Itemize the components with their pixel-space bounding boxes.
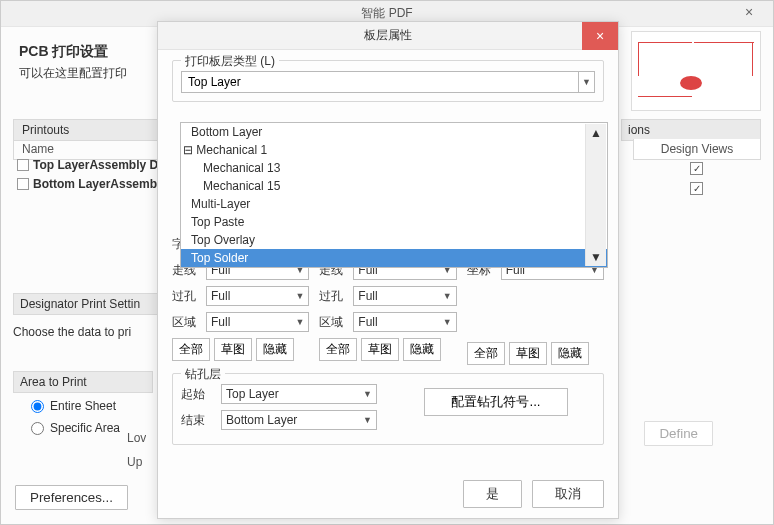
btn-all-1[interactable]: 全部	[172, 338, 210, 361]
select-via2[interactable]: Full▼	[353, 286, 456, 306]
chevron-down-icon: ▼	[443, 291, 452, 301]
choose-text: Choose the data to pri	[13, 325, 131, 339]
radio-specific-row[interactable]: Specific Area	[31, 421, 120, 435]
close-icon: ×	[596, 28, 604, 44]
start-label: 起始	[181, 386, 215, 403]
btn-sketch-3[interactable]: 草图	[509, 342, 547, 365]
select-region[interactable]: Full▼	[206, 312, 309, 332]
low-label: Lov	[127, 431, 146, 445]
dropdown-scrollbar[interactable]: ▲▼	[585, 124, 606, 266]
check-icon: ✓	[693, 183, 701, 194]
select-region2[interactable]: Full▼	[353, 312, 456, 332]
scroll-down-icon[interactable]: ▼	[590, 250, 602, 264]
lbl-region2: 区域	[319, 314, 353, 331]
inner-close-button[interactable]: ×	[582, 22, 618, 50]
drill-legend: 钻孔层	[181, 366, 225, 383]
radio-entire[interactable]	[31, 400, 44, 413]
lbl-region: 区域	[172, 314, 206, 331]
chevron-down-icon: ▼	[363, 415, 372, 425]
btn-hide-1[interactable]: 隐藏	[256, 338, 294, 361]
dropdown-option[interactable]: Mechanical 13	[181, 159, 607, 177]
chevron-down-icon: ▼	[295, 317, 304, 327]
area-header: Area to Print	[13, 371, 153, 393]
yes-button[interactable]: 是	[463, 480, 522, 508]
chevron-down-icon: ▼	[363, 389, 372, 399]
preferences-button[interactable]: Preferences...	[15, 485, 128, 510]
dropdown-option[interactable]: Top Paste	[181, 213, 607, 231]
config-drill-symbols-button[interactable]: 配置钻孔符号...	[424, 388, 567, 416]
radio-entire-label: Entire Sheet	[50, 399, 116, 413]
btn-sketch-1[interactable]: 草图	[214, 338, 252, 361]
row-label: Bottom LayerAssemb	[33, 177, 157, 191]
row-expand-icon[interactable]	[17, 178, 29, 190]
scroll-up-icon[interactable]: ▲	[590, 126, 602, 140]
design-view-checkbox-1[interactable]: ✓	[690, 162, 703, 175]
chevron-down-icon: ▼	[295, 291, 304, 301]
close-icon: ×	[745, 4, 753, 20]
low-up-labels: Lov Up	[127, 431, 146, 469]
inner-footer: 是 取消	[463, 480, 604, 508]
inner-titlebar: 板层属性 ×	[158, 22, 618, 50]
row-expand-icon[interactable]	[17, 159, 29, 171]
layer-properties-dialog: 板层属性 × 打印板层类型 (L) ▼ 字符Full▼ 走线Full▼ 过孔Fu…	[157, 21, 619, 519]
btn-all-2[interactable]: 全部	[319, 338, 357, 361]
dropdown-option[interactable]: Mechanical 15	[181, 177, 607, 195]
area-radio-group: Entire Sheet Specific Area	[13, 391, 120, 435]
design-view-checkbox-2[interactable]: ✓	[690, 182, 703, 195]
row-label: Top LayerAssembly D	[33, 158, 158, 172]
layer-type-combo[interactable]: ▼	[181, 71, 595, 93]
up-label: Up	[127, 455, 146, 469]
parent-dialog: 智能 PDF × PCB 打印设置 可以在这里配置打印 Printouts Na…	[0, 0, 774, 525]
btn-hide-2[interactable]: 隐藏	[403, 338, 441, 361]
dropdown-option-highlighted[interactable]: Top Solder	[181, 249, 607, 267]
chevron-down-icon[interactable]: ▼	[579, 71, 595, 93]
layer-type-fieldset: 打印板层类型 (L) ▼	[172, 60, 604, 102]
layer-type-legend: 打印板层类型 (L)	[181, 53, 279, 70]
dropdown-option[interactable]: Top Overlay	[181, 231, 607, 249]
radio-specific[interactable]	[31, 422, 44, 435]
define-button[interactable]: Define	[644, 421, 713, 446]
chevron-down-icon: ▼	[443, 317, 452, 327]
parent-title: 智能 PDF	[361, 5, 412, 22]
btn-all-3[interactable]: 全部	[467, 342, 505, 365]
radio-specific-label: Specific Area	[50, 421, 120, 435]
dropdown-option[interactable]: Bottom Layer	[181, 123, 607, 141]
lbl-via: 过孔	[172, 288, 206, 305]
btn-hide-3[interactable]: 隐藏	[551, 342, 589, 365]
layer-type-dropdown-list[interactable]: Bottom Layer ⊟ Mechanical 1 Mechanical 1…	[180, 122, 608, 268]
btn-sketch-2[interactable]: 草图	[361, 338, 399, 361]
end-layer-select[interactable]: Bottom Layer▼	[221, 410, 377, 430]
lbl-via2: 过孔	[319, 288, 353, 305]
end-label: 结束	[181, 412, 215, 429]
inner-title: 板层属性	[364, 27, 412, 44]
printouts-col: Printouts	[14, 120, 174, 140]
check-icon: ✓	[693, 163, 701, 174]
layer-type-input[interactable]	[181, 71, 579, 93]
ions-header: ions	[621, 119, 761, 141]
dropdown-option[interactable]: ⊟ Mechanical 1	[181, 141, 607, 159]
parent-close-button[interactable]: ×	[729, 1, 769, 23]
design-views-header: Design Views	[633, 139, 761, 160]
preview-thumbnail	[631, 31, 761, 111]
cancel-button[interactable]: 取消	[532, 480, 604, 508]
start-layer-select[interactable]: Top Layer▼	[221, 384, 377, 404]
select-via[interactable]: Full▼	[206, 286, 309, 306]
drill-fieldset: 钻孔层 起始 Top Layer▼ 结束 Bottom Layer▼ 配置钻	[172, 373, 604, 445]
dropdown-option[interactable]: Multi-Layer	[181, 195, 607, 213]
radio-entire-row[interactable]: Entire Sheet	[31, 399, 120, 413]
